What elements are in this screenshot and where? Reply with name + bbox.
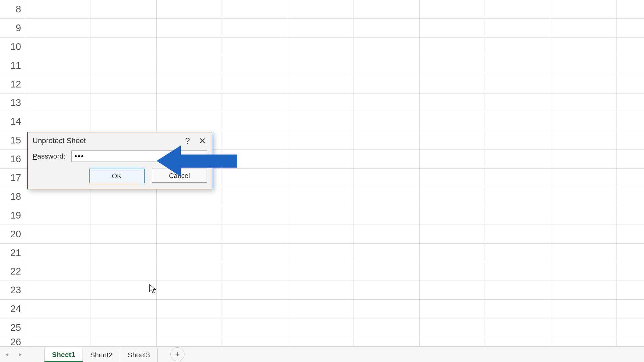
grid-cell[interactable] bbox=[25, 112, 91, 131]
grid-cell[interactable] bbox=[485, 112, 551, 131]
grid-cell[interactable] bbox=[157, 206, 222, 225]
grid-cell[interactable] bbox=[617, 112, 644, 131]
grid-cell[interactable] bbox=[91, 225, 157, 244]
grid-cell[interactable] bbox=[288, 112, 354, 131]
grid-cell[interactable] bbox=[354, 75, 420, 94]
grid-cell[interactable] bbox=[485, 300, 551, 318]
grid-cell[interactable] bbox=[222, 131, 288, 150]
grid-cell[interactable] bbox=[551, 300, 617, 318]
grid-cell[interactable] bbox=[354, 337, 420, 347]
grid-cell[interactable] bbox=[617, 56, 644, 75]
grid-cell[interactable] bbox=[420, 169, 485, 187]
grid-cell[interactable] bbox=[420, 318, 485, 337]
row-header[interactable]: 10 bbox=[0, 38, 25, 56]
grid-cell[interactable] bbox=[288, 169, 354, 187]
grid-cell[interactable] bbox=[485, 131, 551, 150]
grid-cell[interactable] bbox=[354, 206, 420, 225]
grid-cell[interactable] bbox=[420, 94, 485, 112]
ok-button[interactable]: OK bbox=[89, 169, 145, 183]
grid-cell[interactable] bbox=[25, 318, 91, 337]
grid-cell[interactable] bbox=[288, 337, 354, 347]
grid-cell[interactable] bbox=[91, 262, 157, 281]
grid-cell[interactable] bbox=[157, 112, 222, 131]
grid-cell[interactable] bbox=[91, 337, 157, 347]
grid-cell[interactable] bbox=[222, 206, 288, 225]
grid-cell[interactable] bbox=[485, 206, 551, 225]
grid-cell[interactable] bbox=[25, 38, 91, 56]
grid-cell[interactable] bbox=[617, 262, 644, 281]
grid-cell[interactable] bbox=[25, 0, 91, 19]
grid-cell[interactable] bbox=[91, 244, 157, 262]
grid-cell[interactable] bbox=[157, 300, 222, 318]
row-header[interactable]: 15 bbox=[0, 131, 25, 150]
grid-cell[interactable] bbox=[420, 112, 485, 131]
grid-cell[interactable] bbox=[354, 225, 420, 244]
grid-cell[interactable] bbox=[420, 262, 485, 281]
grid-cell[interactable] bbox=[157, 281, 222, 300]
grid-cell[interactable] bbox=[288, 206, 354, 225]
grid-cell[interactable] bbox=[157, 94, 222, 112]
grid-cell[interactable] bbox=[157, 187, 222, 206]
grid-cell[interactable] bbox=[91, 281, 157, 300]
grid-cell[interactable] bbox=[354, 262, 420, 281]
grid-cell[interactable] bbox=[354, 281, 420, 300]
grid-cell[interactable] bbox=[420, 300, 485, 318]
grid-cell[interactable] bbox=[288, 187, 354, 206]
grid-cell[interactable] bbox=[485, 187, 551, 206]
grid-cell[interactable] bbox=[222, 112, 288, 131]
grid-cell[interactable] bbox=[222, 56, 288, 75]
grid-cell[interactable] bbox=[25, 75, 91, 94]
grid-cell[interactable] bbox=[222, 94, 288, 112]
grid-cell[interactable] bbox=[157, 19, 222, 38]
grid-cell[interactable] bbox=[288, 94, 354, 112]
grid-cell[interactable] bbox=[485, 169, 551, 187]
grid-cell[interactable] bbox=[551, 281, 617, 300]
grid-cell[interactable] bbox=[551, 318, 617, 337]
grid-cell[interactable] bbox=[551, 150, 617, 169]
grid-cell[interactable] bbox=[25, 262, 91, 281]
grid-cell[interactable] bbox=[157, 318, 222, 337]
grid-cell[interactable] bbox=[91, 56, 157, 75]
grid-cell[interactable] bbox=[551, 244, 617, 262]
grid-cell[interactable] bbox=[25, 94, 91, 112]
grid-cell[interactable] bbox=[288, 318, 354, 337]
grid-cell[interactable] bbox=[222, 281, 288, 300]
grid-cell[interactable] bbox=[91, 187, 157, 206]
grid-cell[interactable] bbox=[485, 19, 551, 38]
row-header[interactable]: 26 bbox=[0, 337, 25, 347]
grid-cell[interactable] bbox=[485, 318, 551, 337]
grid-cell[interactable] bbox=[485, 56, 551, 75]
grid-cell[interactable] bbox=[420, 131, 485, 150]
grid-cell[interactable] bbox=[617, 337, 644, 347]
grid-cell[interactable] bbox=[288, 300, 354, 318]
grid-cell[interactable] bbox=[288, 244, 354, 262]
grid-cell[interactable] bbox=[551, 206, 617, 225]
grid-cell[interactable] bbox=[617, 318, 644, 337]
grid-cell[interactable] bbox=[157, 244, 222, 262]
grid-cell[interactable] bbox=[25, 225, 91, 244]
grid-cell[interactable] bbox=[288, 38, 354, 56]
grid-cell[interactable] bbox=[222, 262, 288, 281]
grid-cell[interactable] bbox=[157, 337, 222, 347]
grid-cell[interactable] bbox=[485, 150, 551, 169]
grid-cell[interactable] bbox=[288, 131, 354, 150]
grid-cell[interactable] bbox=[551, 112, 617, 131]
grid-cell[interactable] bbox=[91, 75, 157, 94]
grid-cell[interactable] bbox=[617, 300, 644, 318]
sheet-tab[interactable]: Sheet1 bbox=[44, 348, 83, 362]
sheet-tab[interactable]: Sheet3 bbox=[120, 348, 158, 362]
grid-cell[interactable] bbox=[420, 0, 485, 19]
grid-cell[interactable] bbox=[222, 225, 288, 244]
grid-cell[interactable] bbox=[91, 300, 157, 318]
add-sheet-button[interactable]: + bbox=[170, 347, 184, 361]
grid-cell[interactable] bbox=[617, 38, 644, 56]
grid-cell[interactable] bbox=[288, 281, 354, 300]
grid-cell[interactable] bbox=[91, 206, 157, 225]
grid-cell[interactable] bbox=[354, 38, 420, 56]
row-header[interactable]: 18 bbox=[0, 187, 25, 206]
grid-cell[interactable] bbox=[485, 244, 551, 262]
grid-cell[interactable] bbox=[551, 187, 617, 206]
grid-cell[interactable] bbox=[617, 0, 644, 19]
row-header[interactable]: 20 bbox=[0, 225, 25, 244]
grid-cell[interactable] bbox=[485, 0, 551, 19]
